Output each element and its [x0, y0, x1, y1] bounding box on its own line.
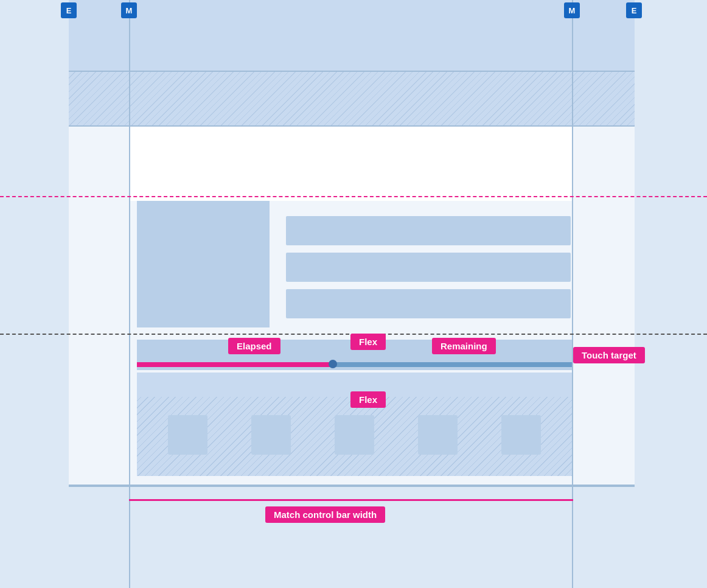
badge-e-right: E: [626, 2, 642, 18]
btn-block-2[interactable]: [251, 415, 291, 455]
label-flex-top: Flex: [350, 334, 386, 350]
btn-block-5[interactable]: [501, 415, 541, 455]
progress-thumb[interactable]: [329, 360, 337, 368]
btn-block-1[interactable]: [168, 415, 207, 455]
label-elapsed: Elapsed: [228, 338, 280, 354]
footer-pink-line: [129, 499, 573, 501]
outer-container: E M M E Elapsed Flex Remaining Touch tar…: [0, 0, 707, 588]
label-touch-target: Touch target: [573, 347, 645, 363]
label-flex-bottom: Flex: [350, 391, 386, 408]
content-block-3: [286, 289, 571, 318]
btn-block-4[interactable]: [418, 415, 458, 455]
row-top: [69, 0, 635, 72]
content-right-area: [286, 216, 571, 323]
content-block-2: [286, 253, 571, 282]
row-hatched: [69, 72, 635, 127]
footer-area: [69, 487, 635, 588]
sidebar-block: [137, 201, 270, 327]
badge-m-right: M: [564, 2, 580, 18]
dashed-line-pink: [0, 196, 707, 197]
badge-e-left: E: [61, 2, 77, 18]
left-gutter: [0, 0, 69, 588]
right-gutter: [635, 0, 707, 588]
progress-fill: [137, 362, 333, 367]
progress-track[interactable]: [137, 362, 572, 367]
label-match-control-bar: Match control bar width: [265, 506, 385, 523]
badge-m-left: M: [121, 2, 137, 18]
content-block-1: [286, 216, 571, 245]
content-white-top: [129, 127, 573, 201]
bottom-hatched: [137, 397, 572, 476]
hatch-pattern: [69, 72, 635, 125]
label-remaining: Remaining: [432, 338, 496, 354]
btn-block-3[interactable]: [335, 415, 374, 455]
bottom-buttons-row: [137, 409, 572, 461]
